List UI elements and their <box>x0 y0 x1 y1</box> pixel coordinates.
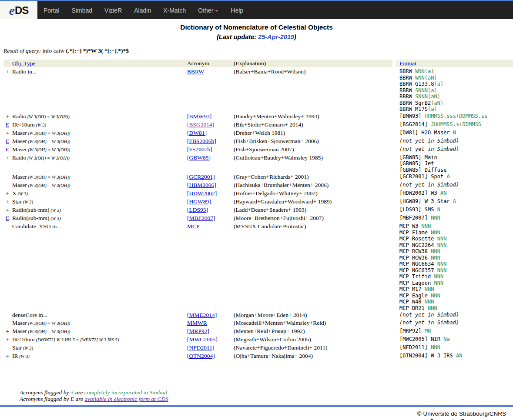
explanation: (Moscadelli+Menten+Walmsley+Reid) <box>234 319 392 327</box>
object-type: Maser (W 3(OH) = W 3(OH)) <box>12 129 187 137</box>
format-line: [GBW85] Diffuse <box>399 167 513 173</box>
incorporated-flag: + <box>6 207 9 213</box>
acronym-link[interactable]: [FS2007b] <box>187 146 212 153</box>
acronym-link[interactable]: [LDS93] <box>187 207 208 213</box>
acronym-link[interactable]: [HBM2006] <box>187 182 216 188</box>
acronym-link[interactable]: [OTN2004] <box>187 353 215 359</box>
explanation: (Gray+Cohen+Richards+ 2001) <box>234 173 392 181</box>
acronym-link[interactable]: [HGW89] <box>187 198 211 205</box>
header-gap <box>392 60 396 67</box>
acronym-cell: [GCR2001] <box>187 173 234 181</box>
electronic-form-link[interactable]: available in electronic form at CDS <box>84 396 168 402</box>
electronic-flag-link[interactable]: E <box>6 138 9 144</box>
acronym-link[interactable]: [MRP92] <box>187 328 209 334</box>
incorporated-flag: + <box>6 130 9 136</box>
explanation: (Hofner+Delgado+Whitney+ 2002) <box>234 190 392 197</box>
acronym-link[interactable]: [GCR2001] <box>187 173 215 180</box>
format-line: BBRW M17S(a) <box>399 106 513 113</box>
obj-type-header-link[interactable]: Obj. Type <box>12 60 36 67</box>
object-type-note: (W 3(OH) = W 3(OH)) <box>27 183 70 188</box>
cds-logo-swirl: e <box>9 4 15 17</box>
format-cell: [GCR2001] Spot A <box>396 173 513 180</box>
acronym-cell: [MWC2005] <box>187 336 234 343</box>
object-type: Star (W 3) <box>12 344 187 352</box>
electronic-flag-link[interactable]: E <box>6 146 9 153</box>
acronym-link[interactable]: MMWR <box>187 320 207 326</box>
format-line: (not yet in Simbad) <box>399 182 513 188</box>
format-cell: MCP W3 NNNMCP Flame NNNMCP Rosette NNNMC… <box>396 223 513 311</box>
object-type: Candidate_YSO in... <box>12 223 187 230</box>
format-line: MCP W40 NNN <box>399 299 513 305</box>
acronym-link[interactable]: [DW81] <box>187 130 207 136</box>
object-type-note: (W 3(OH) = W 3(OH)) <box>27 139 70 144</box>
acronym-link[interactable]: [MME2014] <box>187 312 217 318</box>
nav-item-aladin[interactable]: Aladin <box>128 7 157 14</box>
electronic-flag-link[interactable]: E <box>6 121 9 128</box>
acronym-link[interactable]: [NFD2011] <box>187 344 215 351</box>
legend-simbad-text: completely incorporated in Simbad <box>84 389 167 396</box>
format-cell: (not yet in Simbad) <box>396 137 513 144</box>
incorporated-flag: + <box>6 113 9 120</box>
format-cell: [MBF2007] NNN <box>396 214 513 221</box>
page-heading: Dictionary of Nomenclature of Celestial … <box>0 23 513 40</box>
flag-cell: + <box>3 206 12 214</box>
acronym-cell: [HDW2002] <box>187 190 234 197</box>
incorporated-flag: + <box>6 68 9 75</box>
nav-item-other[interactable]: Other <box>192 7 225 14</box>
format-header: Format <box>399 60 513 67</box>
acronym-link[interactable]: [BSG2014] <box>187 121 214 128</box>
acronym-link[interactable]: [MWC2005] <box>187 336 218 343</box>
nav-item-portal[interactable]: Portal <box>37 7 66 14</box>
electronic-flag-link[interactable]: E <box>6 215 9 221</box>
format-line: [HDW2002] W3 AN <box>399 190 513 197</box>
flag-cell: + <box>3 327 12 335</box>
acronym-cell: [DW81] <box>187 129 234 137</box>
acronym-link[interactable]: [MBF2007] <box>187 215 215 221</box>
flag-cell: + <box>3 190 12 197</box>
object-type: X (W 3) <box>12 190 187 198</box>
explanation: (Dreher+Welch 1981) <box>234 129 392 137</box>
flag-cell: + <box>3 129 12 137</box>
acronym-link[interactable]: [FBS2006b] <box>187 138 216 144</box>
object-type-note: (W 3) <box>50 208 61 213</box>
last-update-suffix: ) <box>294 33 296 40</box>
object-type-note: (W 3(OH) = W 3(OH)) <box>27 147 70 152</box>
acronym-link[interactable]: MCP <box>187 223 200 230</box>
acronym-link[interactable]: [BMW93] <box>187 113 211 120</box>
object-type: Radio in... <box>12 68 187 76</box>
acronym-cell: [BMW93] <box>187 113 234 120</box>
format-line: (not yet in Simbad) <box>399 146 513 153</box>
nav-item-help[interactable]: Help <box>225 7 249 14</box>
format-header-link[interactable]: Format <box>399 60 416 67</box>
nav-item-simbad[interactable]: Simbad <box>66 7 98 14</box>
format-cell: [BMW93] HHMMSS.sss+DDMMSS.ss <box>396 113 513 120</box>
acronym-link[interactable]: BBRW <box>187 68 204 75</box>
separator-line <box>0 385 513 385</box>
format-line: BBRW G133.8(a) <box>399 81 513 87</box>
explanation: (Navarete+Figueredo+Damineli+ 2011) <box>234 344 392 352</box>
nav-item-vizier[interactable]: VizieR <box>98 7 128 14</box>
format-header-lead <box>396 60 399 67</box>
table-row: +Maser (W 3(OH) = W 3(OH))[DW81](Dreher+… <box>3 129 513 137</box>
explanation: (Morgan+Moore+Eden+ 2014) <box>234 311 392 319</box>
format-line: BBRW SNNN(aN) <box>399 93 513 100</box>
cds-logo[interactable]: eDS <box>0 1 37 19</box>
incorporated-flag: + <box>6 198 9 205</box>
table-row: +X (W 3)[HDW2002](Hofner+Delgado+Whitney… <box>3 190 513 198</box>
format-line: MCP Lagoon NNN <box>399 280 513 287</box>
query-command: info catw <box>41 47 66 54</box>
format-line: [MWC2005] NIR Na <box>399 336 513 343</box>
format-cell: [OTN2004] W 3 IRS AN <box>396 352 513 359</box>
table-row: +Radio(sub-mm) (W 3)[LDS93](Ladd+Deane+S… <box>3 206 513 214</box>
format-line: (not yet in Simbad) <box>399 320 513 326</box>
object-type: Maser (W 3(OH) = W 3(OH)) <box>12 319 187 327</box>
legend-text: Acronyms flagged by <box>20 389 70 396</box>
object-type: Maser (W 3(OH) = W 3(OH)) <box>12 173 187 181</box>
acronym-link[interactable]: [GBW85] <box>187 154 211 161</box>
acronym-link[interactable]: [HDW2002] <box>187 190 217 197</box>
table-row: EMaser (W 3(OH) = W 3(OH))[FBS2006b](Fis… <box>3 137 513 146</box>
acronym-cell: [LDS93] <box>187 206 234 214</box>
format-line: [GBW85] Jet <box>399 160 513 167</box>
nav-item-x-match[interactable]: X-Match <box>157 7 192 14</box>
flag-cell: + <box>3 68 12 76</box>
